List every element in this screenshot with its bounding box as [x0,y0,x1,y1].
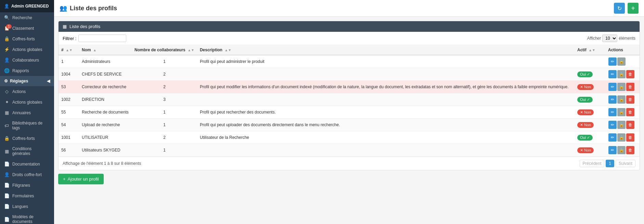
profils-table: # ▲▼ Nom ▲ Nombre de collaborateurs ▲▼ [59,45,640,157]
lock-button[interactable]: 🔒 [617,83,626,91]
col-nom[interactable]: Nom ▲ [79,45,132,55]
actif-badge-oui: Oui ✓ [577,135,593,141]
cell-num: 55 [59,106,79,119]
delete-button[interactable]: 🗑 [626,133,634,142]
sidebar-header: 👤 Admin GREENGED [0,0,54,12]
col-description[interactable]: Description ▲▼ [197,45,575,55]
lock-button[interactable]: 🔒 [617,70,626,78]
cell-collaborateurs: 1 [132,106,197,119]
elements-label: éléments [619,36,635,41]
sidebar-item-coffres-forts-sub[interactable]: 🔒 Coffres-forts [0,133,54,144]
cell-collaborateurs: 2 [132,68,197,81]
cell-nom: Correcteur de recherche [79,81,132,93]
table-row: 56Utilisateurs SKYGED1✕ Non✏🔒🗑 [59,144,640,157]
sidebar-item-documentation[interactable]: 📄 Documentation [0,159,54,169]
sidebar-item-langues[interactable]: 📄 Langues [0,201,54,212]
sidebar-item-collaborateurs[interactable]: 👤 Collaborateurs [0,55,54,65]
lock-button[interactable]: 🔒 [617,146,626,154]
edit-button[interactable]: ✏ [608,133,617,142]
actions-globales-icon: ⚡ [4,47,10,52]
table-row: 1002DIRECTION3Oui ✓✏🔒🗑 [59,93,640,106]
cell-num: 53 [59,81,79,93]
page-1-button[interactable]: 1 [606,160,614,167]
cell-description [197,93,575,106]
content-area: ▦ Liste des profils Filtrer : Afficher 1… [54,17,644,224]
edit-button[interactable]: ✏ [608,108,617,116]
add-profile-button[interactable]: + Ajouter un profil [58,174,104,184]
panel-header-icon: ▦ [63,24,67,29]
delete-button[interactable]: 🗑 [626,108,634,116]
prev-button[interactable]: Précédent [580,160,605,167]
cell-actions: ✏🔒🗑 [605,68,640,81]
dcf-icon: 👤 [4,172,10,177]
sort-desc-icon: ▲▼ [224,48,231,52]
actif-badge-non: ✕ Non [577,109,594,115]
lock-button[interactable]: 🔒 [617,95,626,104]
delete-button[interactable]: 🗑 [626,83,634,91]
sidebar-admin-label: Admin GREENGED [11,4,49,9]
table-body: 1Administrateurs1Profil qui peut adminis… [59,55,640,157]
sidebar-item-classement[interactable]: 📋 Classement 1 [0,23,54,34]
col-num[interactable]: # ▲▼ [59,45,79,55]
sidebar-item-formulaires[interactable]: 📄 Formulaires [0,190,54,201]
edit-button[interactable]: ✏ [608,121,617,129]
sidebar-item-modeles-documents[interactable]: 📄 Modèles de documents [0,212,54,224]
cell-nom: Utilisateurs SKYGED [79,144,132,157]
lock-button[interactable]: 🔒 [617,108,626,116]
delete-button[interactable]: 🗑 [626,121,634,129]
cell-actif: ✕ Non [575,119,605,131]
actif-badge-non: ✕ Non [577,84,594,90]
sidebar-item-bibliotheques-tags[interactable]: 🏷 Bibliothèques de tags [0,118,54,133]
profils-panel: ▦ Liste des profils Filtrer : Afficher 1… [58,21,640,170]
cell-actif: Oui ✓ [575,68,605,81]
add-button-top[interactable]: + [628,3,639,14]
main-area: 👥 Liste des profils ↻ + ▦ Liste des prof… [54,0,644,224]
cell-actions: ✏🔒🗑 [605,131,640,144]
delete-button[interactable]: 🗑 [626,146,634,154]
affichage-text: Affichage de l'élément 1 à 8 sur 8 éléme… [63,161,141,166]
sidebar-item-actions[interactable]: ◇ Actions [0,86,54,97]
edit-button[interactable]: ✏ [608,95,617,104]
cell-collaborateurs: 2 [132,81,197,93]
filter-input[interactable] [78,35,126,42]
reglages-section[interactable]: ⚙ Réglages ◀ [0,76,54,86]
sidebar-item-annuaires[interactable]: ▦ Annuaires [0,107,54,118]
edit-button[interactable]: ✏ [608,146,617,154]
lock-button[interactable]: 🔒 [617,121,626,129]
sidebar-item-coffres-forts[interactable]: 🔒 Coffres-forts [0,34,54,44]
filter-row: Filtrer : Afficher 10 25 50 éléments [59,32,640,45]
sidebar-item-rapports[interactable]: 🌐 Rapports [0,65,54,76]
table-row: 1001UTILISATEUR2Utilisateur de la Recher… [59,131,640,144]
next-button[interactable]: Suivant [616,160,635,167]
cell-description: Profil qui peut modifier les information… [197,81,575,93]
sidebar-item-label: Rapports [12,68,29,73]
sidebar-item-conditions-generales[interactable]: ▦ Conditions générales [0,144,54,159]
edit-button[interactable]: ✏ [608,83,617,91]
sidebar-item-label: Coffres-forts [12,37,35,41]
panel-header: ▦ Liste des profils [59,21,640,32]
edit-button[interactable]: ✏ [608,70,617,78]
annuaires-icon: ▦ [4,110,10,115]
delete-button[interactable]: 🗑 [626,95,634,104]
edit-button[interactable]: ✏ [608,57,617,66]
delete-button[interactable]: 🗑 [626,70,634,78]
lock-button[interactable]: 🔒 [617,133,626,142]
col-actif[interactable]: Actif ▲▼ [575,45,605,55]
cell-collaborateurs: 2 [132,131,197,144]
refresh-button[interactable]: ↻ [614,3,625,14]
cell-actions: ✏🔒🗑 [605,93,640,106]
sidebar-item-filigranes[interactable]: 📄 Filigranes [0,180,54,190]
sidebar-item-actions-globales[interactable]: ⚡ Actions globales [0,44,54,55]
per-page-select[interactable]: 10 25 50 [602,35,617,42]
sidebar-item-droits-coffre-fort[interactable]: 👤 Droits coffre-fort [0,169,54,180]
cell-actions: ✏🔒🗑 [605,106,640,119]
sidebar-item-actions-globales-sub[interactable]: ✦ Actions globales [0,97,54,107]
cell-collaborateurs: 1 [132,55,197,68]
col-collaborateurs[interactable]: Nombre de collaborateurs ▲▼ [132,45,197,55]
table-row: 53Correcteur de recherche2Profil qui peu… [59,81,640,93]
sidebar-item-label: Modèles de documents [12,214,50,224]
sidebar-item-recherche[interactable]: 🔍 Recherche [0,12,54,23]
formulaires-icon: 📄 [4,193,10,198]
lock-button[interactable]: 🔒 [617,57,626,66]
cell-actions: ✏🔒🗑 [605,119,640,131]
